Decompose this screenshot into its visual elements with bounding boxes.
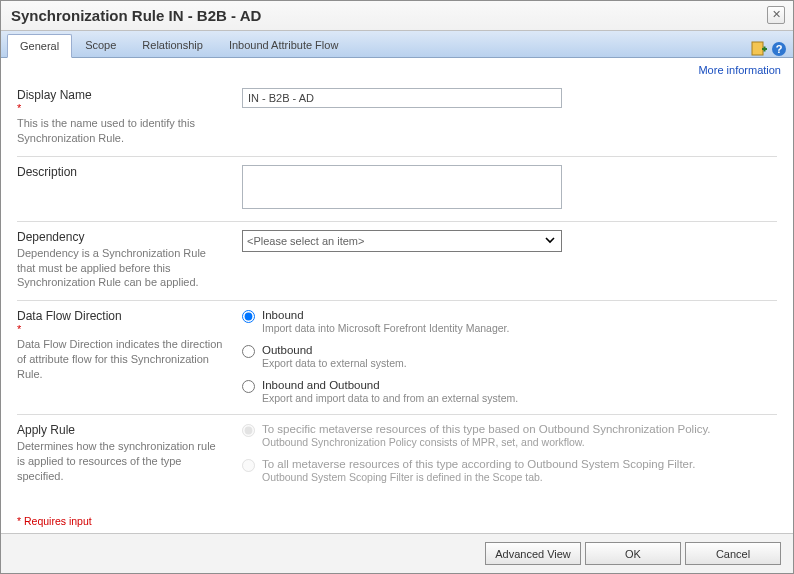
tab-general-label: General (20, 40, 59, 52)
flow-opt1-sub: Export data to external system. (262, 357, 407, 369)
group-dependency: Dependency Dependency is a Synchronizati… (17, 221, 777, 301)
tab-inbound-flow-label: Inbound Attribute Flow (229, 39, 338, 51)
tab-inbound-flow[interactable]: Inbound Attribute Flow (216, 33, 351, 57)
flow-opt1-label: Outbound (262, 344, 407, 356)
flow-opt2-label: Inbound and Outbound (262, 379, 518, 391)
svg-rect-0 (752, 42, 763, 55)
group-apply: Apply Rule Determines how the synchroniz… (17, 414, 777, 494)
form-content: Display Name * This is the name used to … (1, 76, 793, 513)
flow-option-inbound[interactable]: Inbound Import data into Microsoft Foref… (242, 309, 777, 334)
advanced-view-button[interactable]: Advanced View (485, 542, 581, 565)
more-info-row: More information (1, 58, 793, 76)
close-button[interactable]: ✕ (767, 6, 785, 24)
group-display-name: Display Name * This is the name used to … (17, 80, 777, 156)
ok-button[interactable]: OK (585, 542, 681, 565)
apply-opt0-label: To specific metaverse resources of this … (262, 423, 711, 435)
display-name-input[interactable] (242, 88, 562, 108)
apply-opt0-sub: Outbound Synchronization Policy consists… (262, 436, 711, 448)
apply-desc: Determines how the synchronization rule … (17, 439, 226, 484)
svg-text:?: ? (776, 43, 783, 55)
required-marker: * (17, 323, 226, 335)
tab-bar: General Scope Relationship Inbound Attri… (1, 31, 793, 58)
chevron-down-icon (543, 233, 557, 249)
help-icon[interactable]: ? (771, 41, 787, 57)
dialog-title: Synchronization Rule IN - B2B - AD (11, 7, 261, 24)
tab-relationship-label: Relationship (142, 39, 203, 51)
apply-radio-policy (242, 424, 255, 437)
flow-opt2-sub: Export and import data to and from an ex… (262, 392, 518, 404)
required-note-row: * Requires input (1, 513, 793, 533)
flow-radio-inbound[interactable] (242, 310, 255, 323)
required-note: * Requires input (17, 515, 92, 527)
flow-radio-both[interactable] (242, 380, 255, 393)
apply-option-policy: To specific metaverse resources of this … (242, 423, 777, 448)
dependency-select[interactable]: <Please select an item> (242, 230, 562, 252)
dependency-label: Dependency (17, 230, 226, 244)
dialog-footer: Advanced View OK Cancel (1, 533, 793, 573)
tab-relationship[interactable]: Relationship (129, 33, 216, 57)
flow-option-both[interactable]: Inbound and Outbound Export and import d… (242, 379, 777, 404)
dialog-header: Synchronization Rule IN - B2B - AD ✕ (1, 1, 793, 31)
sync-rule-dialog: Synchronization Rule IN - B2B - AD ✕ Gen… (0, 0, 794, 574)
add-icon[interactable] (751, 41, 767, 57)
tab-scope[interactable]: Scope (72, 33, 129, 57)
flow-opt0-label: Inbound (262, 309, 509, 321)
description-label: Description (17, 165, 226, 179)
close-icon: ✕ (772, 8, 781, 20)
flow-label: Data Flow Direction (17, 309, 226, 323)
apply-radio-scoping (242, 459, 255, 472)
dependency-select-placeholder: <Please select an item> (247, 235, 364, 247)
display-name-desc: This is the name used to identify this S… (17, 116, 226, 146)
flow-opt0-sub: Import data into Microsoft Forefront Ide… (262, 322, 509, 334)
apply-option-scoping: To all metaverse resources of this type … (242, 458, 777, 483)
description-textarea[interactable] (242, 165, 562, 209)
dependency-desc: Dependency is a Synchronization Rule tha… (17, 246, 226, 291)
required-marker: * (17, 102, 226, 114)
group-description: Description (17, 156, 777, 221)
display-name-label: Display Name (17, 88, 226, 102)
more-info-link[interactable]: More information (698, 64, 781, 76)
cancel-button[interactable]: Cancel (685, 542, 781, 565)
tab-scope-label: Scope (85, 39, 116, 51)
flow-desc: Data Flow Direction indicates the direct… (17, 337, 226, 382)
apply-label: Apply Rule (17, 423, 226, 437)
flow-radio-outbound[interactable] (242, 345, 255, 358)
group-flow: Data Flow Direction * Data Flow Directio… (17, 300, 777, 414)
tab-general[interactable]: General (7, 34, 72, 58)
flow-option-outbound[interactable]: Outbound Export data to external system. (242, 344, 777, 369)
apply-opt1-label: To all metaverse resources of this type … (262, 458, 695, 470)
apply-opt1-sub: Outbound System Scoping Filter is define… (262, 471, 695, 483)
